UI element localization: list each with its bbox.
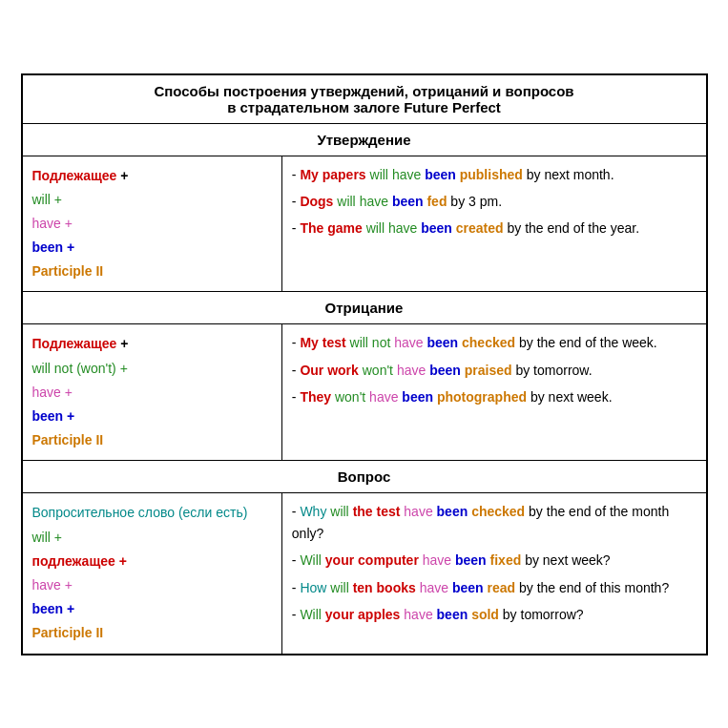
- table-title: Способы построения утверждений, отрицани…: [22, 74, 707, 124]
- affirmative-right: - My papers will have been published by …: [281, 156, 706, 292]
- question-header: Вопрос: [22, 461, 707, 493]
- negative-header: Отрицание: [22, 292, 707, 324]
- title-line1: Способы построения утверждений, отрицани…: [154, 83, 573, 99]
- negative-right: - My test will not have been checked by …: [281, 324, 706, 461]
- negative-left: Подлежащее + will not (won't) + have + b…: [22, 324, 282, 461]
- question-left: Вопросительное слово (если есть) will + …: [22, 493, 282, 655]
- title-line2: в страдательном залоге Future Perfect: [227, 99, 501, 115]
- affirmative-header: Утверждение: [22, 123, 707, 156]
- grammar-table: Способы построения утверждений, отрицани…: [21, 73, 708, 655]
- question-right: - Why will the test have been checked by…: [281, 493, 706, 655]
- affirmative-left: Подлежащее + will + have + been + Partic…: [22, 156, 282, 292]
